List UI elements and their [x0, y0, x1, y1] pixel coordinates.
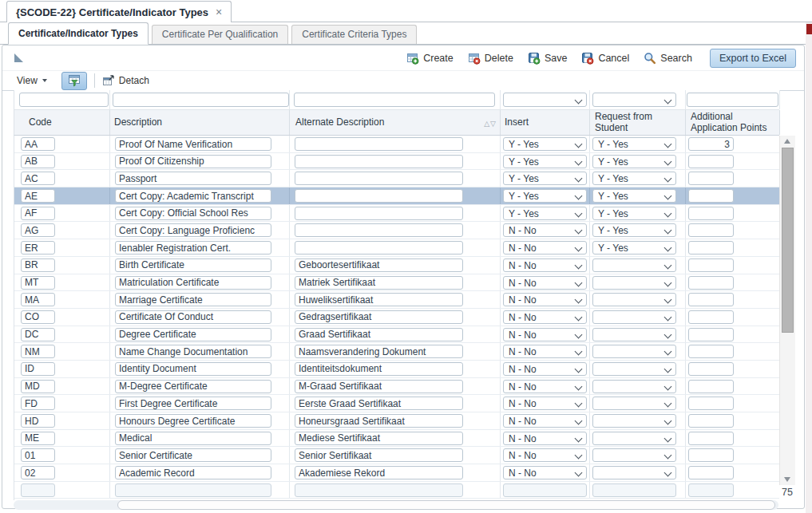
- insert-select[interactable]: N - No: [503, 310, 587, 324]
- sort-ascending-icon[interactable]: △: [484, 120, 490, 128]
- table-row[interactable]: N - No Y - Yes: [14, 239, 779, 257]
- table-row[interactable]: N - No: [14, 291, 779, 309]
- code-filter-input[interactable]: [19, 93, 109, 107]
- description-input[interactable]: [115, 241, 271, 255]
- code-input[interactable]: [21, 189, 55, 203]
- request-from-student-select[interactable]: Y - Yes: [592, 223, 676, 237]
- pane-collapse-triangle-icon[interactable]: [14, 53, 23, 62]
- col-header-alt-description[interactable]: Alternate Description △▽: [290, 110, 501, 135]
- code-input[interactable]: [21, 397, 55, 410]
- points-input[interactable]: [688, 241, 734, 255]
- request-from-student-select[interactable]: Y - Yes: [592, 172, 676, 185]
- tab-certificate-indicator-types[interactable]: Certificate/Indicator Types: [8, 22, 149, 45]
- alt-description-input[interactable]: [295, 276, 463, 290]
- description-filter-input[interactable]: [113, 93, 289, 107]
- points-input[interactable]: [688, 362, 734, 376]
- export-to-excel-button[interactable]: Export to Excel: [710, 49, 796, 68]
- points-input[interactable]: [688, 328, 734, 341]
- points-input[interactable]: [688, 414, 734, 428]
- alt-description-input[interactable]: [295, 414, 463, 428]
- description-input[interactable]: [115, 483, 271, 497]
- code-input[interactable]: [21, 241, 55, 255]
- description-input[interactable]: [115, 207, 271, 220]
- table-row[interactable]: N - No: [14, 326, 779, 344]
- request-from-student-select[interactable]: [592, 432, 676, 445]
- request-from-student-select[interactable]: [592, 414, 676, 428]
- col-header-insert[interactable]: Insert: [501, 110, 590, 135]
- request-from-student-select[interactable]: [592, 276, 676, 290]
- code-input[interactable]: [21, 483, 55, 497]
- scroll-up-arrow-icon[interactable]: [784, 139, 790, 144]
- create-button[interactable]: Create: [406, 52, 454, 65]
- points-input[interactable]: [688, 380, 734, 393]
- points-input[interactable]: [688, 345, 734, 358]
- insert-select[interactable]: N - No: [503, 328, 587, 341]
- description-input[interactable]: [115, 380, 271, 393]
- description-input[interactable]: [115, 397, 271, 410]
- document-tab[interactable]: {SCODE-22} Certificate/Indicator Types ×: [6, 1, 232, 22]
- insert-select[interactable]: N - No: [503, 241, 587, 255]
- points-input[interactable]: [688, 258, 734, 272]
- request-filter-select[interactable]: [592, 93, 676, 107]
- close-icon[interactable]: ×: [216, 8, 222, 16]
- tab-certificate-per-qualification[interactable]: Certificate Per Qualification: [152, 25, 288, 44]
- alt-description-input[interactable]: [295, 328, 463, 341]
- points-input[interactable]: [688, 155, 734, 168]
- insert-select[interactable]: [503, 483, 587, 497]
- code-input[interactable]: [21, 380, 55, 393]
- request-from-student-select[interactable]: [592, 448, 676, 462]
- alt-description-input[interactable]: [295, 189, 463, 203]
- alt-description-input[interactable]: [295, 362, 463, 376]
- points-input[interactable]: [688, 137, 734, 151]
- insert-select[interactable]: N - No: [503, 432, 587, 445]
- code-input[interactable]: [21, 258, 55, 272]
- insert-select[interactable]: Y - Yes: [503, 172, 587, 185]
- code-input[interactable]: [21, 310, 55, 324]
- table-row[interactable]: N - No: [14, 274, 779, 292]
- alt-description-input[interactable]: [295, 258, 463, 272]
- insert-select[interactable]: N - No: [503, 258, 587, 272]
- request-from-student-select[interactable]: [592, 397, 676, 410]
- alt-description-filter-input[interactable]: [294, 93, 495, 107]
- table-row[interactable]: N - No: [14, 447, 779, 464]
- alt-description-input[interactable]: [295, 483, 463, 497]
- request-from-student-select[interactable]: [592, 466, 676, 479]
- request-from-student-select[interactable]: Y - Yes: [592, 155, 676, 168]
- scroll-down-arrow-icon[interactable]: [784, 477, 790, 482]
- points-input[interactable]: [688, 466, 734, 479]
- code-input[interactable]: [21, 448, 55, 462]
- points-input[interactable]: [688, 448, 734, 462]
- table-row[interactable]: Y - Yes Y - Yes: [14, 153, 779, 171]
- col-header-request-from-student[interactable]: Request from Student: [590, 110, 686, 135]
- table-row[interactable]: N - No: [14, 464, 779, 482]
- description-input[interactable]: [115, 137, 271, 151]
- points-input[interactable]: [688, 189, 734, 203]
- alt-description-input[interactable]: [295, 172, 463, 185]
- points-input[interactable]: [688, 293, 734, 306]
- description-input[interactable]: [115, 223, 271, 237]
- code-input[interactable]: [21, 345, 55, 358]
- description-input[interactable]: [115, 414, 271, 428]
- description-input[interactable]: [115, 276, 271, 290]
- request-from-student-select[interactable]: [592, 258, 676, 272]
- description-input[interactable]: [115, 328, 271, 341]
- code-input[interactable]: [21, 362, 55, 376]
- points-input[interactable]: [688, 172, 734, 185]
- points-input[interactable]: [688, 432, 734, 445]
- insert-select[interactable]: N - No: [503, 276, 587, 290]
- alt-description-input[interactable]: [295, 223, 463, 237]
- points-input[interactable]: [688, 310, 734, 324]
- request-from-student-select[interactable]: [592, 345, 676, 358]
- horizontal-scrollbar-thumb[interactable]: [117, 500, 775, 510]
- points-input[interactable]: [688, 276, 734, 290]
- alt-description-input[interactable]: [295, 432, 463, 445]
- table-row[interactable]: N - No: [14, 412, 779, 430]
- description-input[interactable]: [115, 189, 271, 203]
- description-input[interactable]: [115, 155, 271, 168]
- table-row[interactable]: N - No Y - Yes: [14, 222, 779, 239]
- description-input[interactable]: [115, 310, 271, 324]
- request-from-student-select[interactable]: [592, 293, 676, 306]
- insert-select[interactable]: N - No: [503, 223, 587, 237]
- cancel-button[interactable]: Cancel: [581, 52, 629, 65]
- code-input[interactable]: [21, 137, 55, 151]
